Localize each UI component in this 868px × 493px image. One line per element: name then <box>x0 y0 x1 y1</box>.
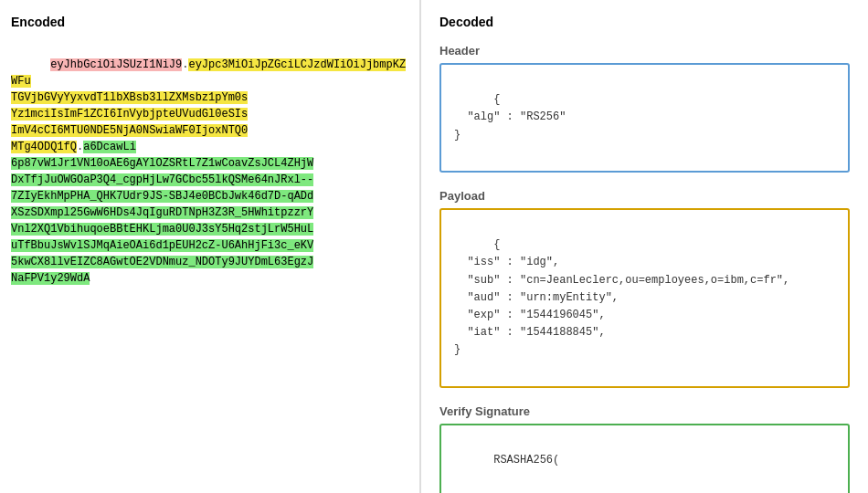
header-content: { "alg" : "RS256" } <box>454 93 566 141</box>
encoded-header-segment: eyJhbGciOiJSUzI1NiJ9 <box>50 58 182 71</box>
signature-label: Verify Signature <box>439 404 850 418</box>
header-label: Header <box>439 44 850 58</box>
payload-label: Payload <box>439 189 850 203</box>
encoded-payload-segment: eyJpc3MiOiJpZGciLCJzdWIiOiJjbmpKZWFu TGV… <box>11 58 406 153</box>
encoded-content: eyJhbGciOiJSUzI1NiJ9.eyJpc3MiOiJpZGciLCJ… <box>11 40 408 303</box>
encoded-panel: Encoded eyJhbGciOiJSUzI1NiJ9.eyJpc3MiOiJ… <box>0 0 420 493</box>
encoded-title: Encoded <box>11 15 408 29</box>
decoded-title: Decoded <box>439 15 850 29</box>
signature-line1: RSASHA256( <box>493 454 559 467</box>
payload-content: { "iss" : "idg", "sub" : "cn=JeanLeclerc… <box>454 238 789 356</box>
signature-code-box: RSASHA256( base64UrlEncode(header) + "."… <box>439 424 850 493</box>
encoded-signature-segment: a6DcawLi 6p87vW1Jr1VN10oAE6gAYlOZSRtL7Z1… <box>11 141 313 285</box>
header-code-box: { "alg" : "RS256" } <box>439 63 850 173</box>
decoded-panel: Decoded Header { "alg" : "RS256" } Paylo… <box>421 0 868 493</box>
payload-code-box: { "iss" : "idg", "sub" : "cn=JeanLeclerc… <box>439 208 850 388</box>
